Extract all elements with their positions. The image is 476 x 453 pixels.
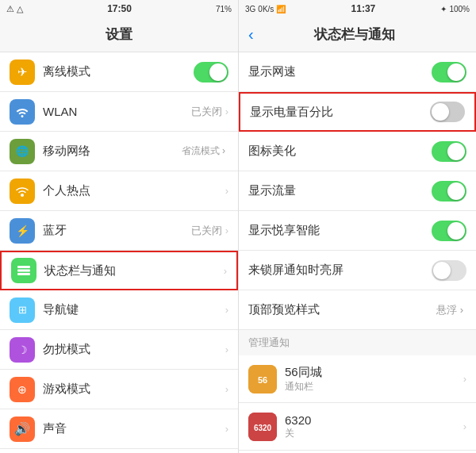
menu-item-nav[interactable]: ⊞ 导航键 › — [0, 290, 238, 330]
right-item-icon-beauty[interactable]: 图标美化 — [239, 132, 476, 171]
nav-icon: ⊞ — [10, 298, 35, 323]
game-icon: ⊕ — [10, 377, 35, 402]
icon-beauty-toggle[interactable] — [432, 141, 466, 162]
notify-item-56tc[interactable]: 56 56同城 通知栏 › — [239, 355, 476, 403]
airplane-toggle[interactable] — [194, 62, 228, 83]
show-speed-label: 显示网速 — [248, 64, 432, 79]
bluetooth-icon: ⚡ — [10, 218, 35, 244]
svg-rect-1 — [17, 266, 30, 268]
dnd-label: 勿扰模式 — [43, 342, 225, 357]
status-warning: ⚠ △ — [6, 4, 23, 14]
battery-right: 100% — [449, 5, 470, 13]
show-flow-toggle[interactable] — [432, 181, 466, 202]
right-item-show-speed[interactable]: 显示网速 — [239, 52, 476, 92]
app-name-56tc: 56同城 — [285, 365, 463, 380]
menu-item-display[interactable]: ✳ 显示与亮度 › — [0, 449, 238, 453]
svg-rect-2 — [17, 270, 30, 272]
menu-item-airplane[interactable]: ✈ 离线模式 — [0, 52, 238, 92]
app-name-6320: 6320 — [285, 413, 463, 427]
app-icon-6320: 6320 — [248, 413, 277, 441]
right-item-show-battery[interactable]: 显示电量百分比 — [239, 92, 476, 132]
left-panel: ⚠ △ 17:50 71% 设置 ✈ 离线模式 WLAN 已关闭 › 🌐 移动网… — [0, 0, 238, 453]
left-title: 设置 — [106, 25, 132, 44]
game-label: 游戏模式 — [43, 382, 225, 397]
right-item-show-yxzn[interactable]: 显示悦享智能 — [239, 211, 476, 251]
lock-light-label: 来锁屏通知时亮屏 — [248, 263, 432, 278]
bluetooth-value: 已关闭 — [191, 224, 222, 238]
menu-item-hotspot[interactable]: 个人热点 › — [0, 171, 238, 211]
hotspot-chevron-icon: › — [225, 185, 228, 197]
dnd-icon: ☽ — [10, 337, 35, 363]
app-info-6320: 6320 关 — [285, 413, 463, 440]
right-item-show-flow[interactable]: 显示流量 — [239, 171, 476, 211]
status-time-left: 17:50 — [107, 3, 132, 14]
status-right-icons: ✦ 100% — [440, 5, 470, 13]
hotspot-icon — [10, 179, 35, 204]
back-button[interactable]: ‹ — [248, 25, 254, 44]
show-battery-toggle[interactable] — [430, 102, 465, 122]
dnd-chevron-icon: › — [225, 344, 228, 355]
statusbar-icon — [11, 258, 36, 283]
network-speed: 0K/s — [258, 5, 274, 13]
airplane-label: 离线模式 — [43, 64, 194, 79]
sound-chevron-icon: › — [225, 423, 228, 435]
status-bar-right: 3G 0K/s 📶 11:37 ✦ 100% — [239, 0, 476, 17]
app-info-56tc: 56同城 通知栏 — [285, 365, 463, 393]
top-preview-label: 顶部预览样式 — [248, 302, 436, 317]
svg-text:56: 56 — [258, 375, 267, 385]
game-chevron-icon: › — [225, 383, 228, 395]
svg-rect-3 — [17, 273, 30, 275]
wlan-chevron-icon: › — [225, 106, 228, 117]
show-speed-toggle[interactable] — [432, 62, 466, 83]
sound-icon: 🔊 — [10, 417, 35, 442]
mobile-label: 移动网络 — [43, 144, 182, 159]
left-title-bar: 设置 — [0, 17, 238, 52]
right-menu: 显示网速 显示电量百分比 图标美化 显示流量 显示悦享智能 来锁屏通知时亮屏 — [239, 52, 476, 453]
notify-chevron-6320-icon: › — [463, 420, 466, 432]
menu-item-wlan[interactable]: WLAN 已关闭 › — [0, 92, 238, 132]
status-time-right: 11:37 — [351, 3, 376, 14]
menu-item-dnd[interactable]: ☽ 勿扰模式 › — [0, 330, 238, 370]
status-battery-left: 71% — [216, 5, 232, 13]
right-panel: 3G 0K/s 📶 11:37 ✦ 100% ‹ 状态栏与通知 显示网速 显示电… — [238, 0, 476, 453]
app-status-56tc: 通知栏 — [285, 380, 463, 393]
menu-item-game[interactable]: ⊕ 游戏模式 › — [0, 370, 238, 409]
bluetooth-chevron-icon: › — [225, 225, 228, 236]
left-menu: ✈ 离线模式 WLAN 已关闭 › 🌐 移动网络 省流模式 › 个人热点 › — [0, 52, 238, 453]
mobile-icon: 🌐 — [10, 139, 35, 164]
right-title-bar: ‹ 状态栏与通知 — [239, 17, 476, 52]
statusbar-chevron-icon: › — [224, 265, 227, 277]
nav-label: 导航键 — [43, 302, 225, 317]
menu-item-bluetooth[interactable]: ⚡ 蓝牙 已关闭 › — [0, 211, 238, 251]
section-label: 管理通知 — [248, 336, 290, 350]
show-flow-label: 显示流量 — [248, 183, 432, 198]
show-yxzn-toggle[interactable] — [432, 221, 466, 241]
lock-light-toggle[interactable] — [432, 260, 466, 281]
wlan-icon — [10, 99, 35, 125]
show-battery-label: 显示电量百分比 — [250, 105, 430, 120]
signal-bars-icon: 📶 — [276, 5, 286, 13]
status-left-right: 3G 0K/s 📶 — [245, 5, 286, 13]
menu-item-mobile[interactable]: 🌐 移动网络 省流模式 › — [0, 132, 238, 171]
app-icon-56tc: 56 — [248, 365, 277, 393]
signal-icon: 3G — [245, 5, 255, 13]
wlan-value: 已关闭 — [191, 105, 222, 119]
svg-text:6320: 6320 — [254, 424, 272, 432]
bluetooth-status-icon: ✦ — [440, 5, 447, 13]
app-status-6320: 关 — [285, 427, 463, 440]
bluetooth-label: 蓝牙 — [43, 223, 191, 238]
notify-item-6320[interactable]: 6320 6320 关 › — [239, 403, 476, 451]
icon-beauty-label: 图标美化 — [248, 144, 432, 159]
notify-chevron-56tc-icon: › — [463, 373, 466, 385]
menu-item-sound[interactable]: 🔊 声音 › — [0, 409, 238, 449]
menu-item-statusbar[interactable]: 状态栏与通知 › — [0, 251, 238, 290]
airplane-icon: ✈ — [10, 60, 35, 85]
show-yxzn-label: 显示悦享智能 — [248, 223, 432, 238]
status-bar-left: ⚠ △ 17:50 71% — [0, 0, 238, 17]
right-item-top-preview[interactable]: 顶部预览样式 悬浮 › — [239, 290, 476, 330]
svg-point-0 — [21, 194, 24, 197]
wlan-label: WLAN — [43, 105, 191, 118]
hotspot-label: 个人热点 — [43, 183, 225, 198]
right-item-lock-light[interactable]: 来锁屏通知时亮屏 — [239, 251, 476, 290]
statusbar-label: 状态栏与通知 — [44, 263, 224, 278]
